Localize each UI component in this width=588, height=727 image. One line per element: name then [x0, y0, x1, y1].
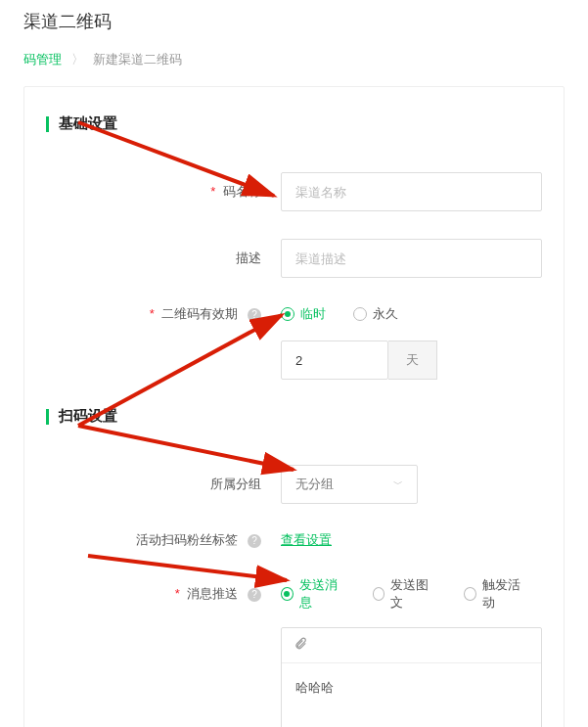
message-toolbar	[282, 628, 541, 663]
radio-validity-temp[interactable]: 临时	[281, 305, 326, 323]
code-name-input[interactable]	[281, 172, 542, 211]
group-select[interactable]: 无分组 ﹀	[281, 465, 418, 504]
help-icon[interactable]: ?	[248, 534, 261, 548]
label-tag: 活动扫码粉丝标签 ?	[46, 531, 281, 549]
row-tag: 活动扫码粉丝标签 ? 查看设置	[46, 531, 542, 549]
row-desc: 描述	[46, 239, 542, 278]
section-basic: 基础设置	[46, 114, 542, 133]
row-validity: * 二维码有效期 ? 临时 永久	[46, 305, 542, 323]
row-group: 所属分组 无分组 ﹀	[46, 465, 542, 504]
message-content[interactable]: 哈哈哈	[282, 663, 541, 712]
form-card: 基础设置 * 码名称 描述 * 二维码有效期 ? 临时 永久	[23, 86, 565, 727]
row-validity-value: 天	[46, 341, 542, 380]
attachment-icon[interactable]	[294, 637, 307, 654]
row-push-content: 哈哈哈	[46, 627, 542, 727]
radio-validity-perm[interactable]: 永久	[353, 305, 398, 323]
label-code-name: * 码名称	[46, 183, 281, 201]
tag-settings-link[interactable]: 查看设置	[281, 531, 332, 549]
breadcrumb-current: 新建渠道二维码	[93, 52, 182, 67]
label-validity: * 二维码有效期 ?	[46, 305, 281, 323]
radio-push-image[interactable]: 发送图文	[373, 576, 437, 612]
breadcrumb-sep: 〉	[71, 52, 84, 67]
label-desc: 描述	[46, 250, 281, 267]
message-box: 哈哈哈	[281, 627, 542, 727]
help-icon[interactable]: ?	[248, 588, 261, 602]
label-group: 所属分组	[46, 476, 281, 493]
desc-input[interactable]	[281, 239, 542, 278]
page-title: 渠道二维码	[0, 0, 588, 51]
chevron-down-icon: ﹀	[393, 477, 403, 491]
group-selected: 无分组	[295, 476, 334, 493]
breadcrumb: 码管理 〉 新建渠道二维码	[0, 51, 588, 86]
validity-unit: 天	[388, 341, 437, 380]
validity-value-input[interactable]	[281, 341, 388, 380]
radio-push-trigger[interactable]: 触发活动	[464, 576, 528, 612]
radio-push-send[interactable]: 发送消息	[281, 576, 345, 612]
label-push: * 消息推送 ?	[46, 585, 281, 603]
required-marker: *	[210, 184, 215, 199]
help-icon[interactable]: ?	[248, 308, 261, 322]
row-code-name: * 码名称	[46, 172, 542, 211]
row-push: * 消息推送 ? 发送消息 发送图文 触发活动	[46, 576, 542, 612]
required-marker: *	[175, 586, 180, 601]
required-marker: *	[150, 306, 155, 321]
breadcrumb-root-link[interactable]: 码管理	[23, 52, 62, 67]
section-scan: 扫码设置	[46, 407, 542, 426]
